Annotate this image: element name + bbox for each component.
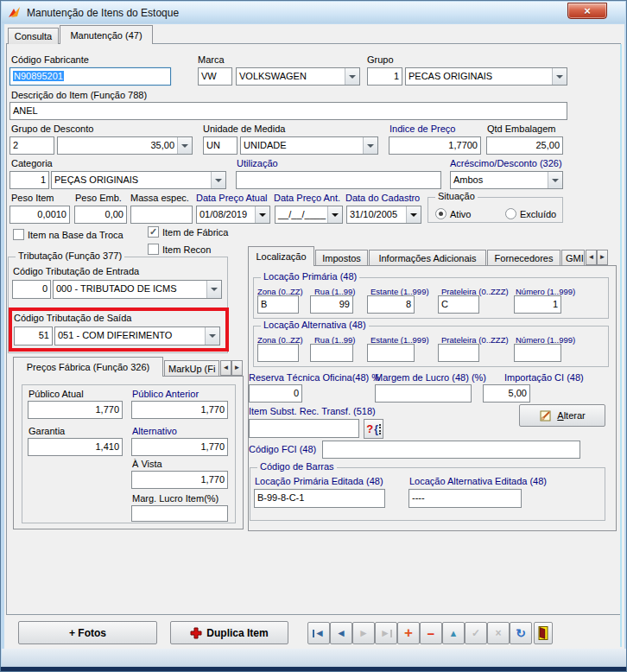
fotos-button[interactable]: + Fotos <box>18 621 157 644</box>
peso-emb-input[interactable]: 0,00 <box>74 206 127 224</box>
peso-item-input[interactable]: 0,0010 <box>10 206 70 224</box>
prateleira-alt-input[interactable] <box>438 344 479 362</box>
garantia-input[interactable]: 1,410 <box>28 438 123 456</box>
tributacao-title: Tributação (Função 377) <box>16 250 124 261</box>
rua-input[interactable]: 99 <box>310 295 353 314</box>
grupo-desconto-combobox[interactable]: 35,00 <box>57 136 193 155</box>
tab-scroll-right-icon[interactable]: ► <box>231 360 243 376</box>
trib-entrada-code-input[interactable]: 0 <box>12 280 51 299</box>
radio-ativo[interactable] <box>435 208 446 219</box>
utilizacao-input[interactable] <box>236 171 441 189</box>
chevron-down-icon[interactable] <box>206 281 221 298</box>
qtd-embalagem-input[interactable]: 25,00 <box>486 136 563 155</box>
item-subst-input[interactable] <box>249 419 359 438</box>
zona-alt-input[interactable] <box>257 344 299 362</box>
alterar-button[interactable]: Alterar <box>519 404 605 427</box>
prateleira-input[interactable]: C <box>438 295 479 314</box>
codigo-fabricante-input[interactable]: N90895201 <box>10 67 171 86</box>
lookup-button[interactable]: ?{ <box>364 419 383 439</box>
categoria-combobox[interactable]: PEÇAS ORIGINAIS <box>51 171 226 189</box>
chevron-down-icon[interactable] <box>211 172 225 188</box>
chevron-down-icon[interactable] <box>548 172 562 188</box>
checkbox-item-fabrica[interactable]: ✓ <box>148 226 159 238</box>
tab-scroll-left-icon[interactable]: ◄ <box>586 250 597 265</box>
tab-precos-fabrica[interactable]: Preços Fábrica (Função 326) <box>13 357 163 377</box>
importacao-input[interactable]: 5,00 <box>483 384 530 403</box>
app-window: Manutenção de Itens do Estoque × Consult… <box>0 0 627 672</box>
numero-alt-input[interactable] <box>514 344 561 362</box>
acrescimo-combobox[interactable]: Ambos <box>450 171 563 189</box>
data-preco-ant-picker[interactable]: __/__/____ <box>275 206 343 224</box>
tab-markup-label: MarkUp (Fi <box>168 364 215 374</box>
tab-localizacao[interactable]: Localização <box>248 246 314 266</box>
close-button[interactable]: × <box>567 3 607 19</box>
nav-refresh-button[interactable]: ↻ <box>510 622 532 644</box>
a-vista-input[interactable]: 1,770 <box>131 471 228 489</box>
rua-alt-input[interactable] <box>310 344 353 362</box>
grupo-desconto-label: Grupo de Desconto <box>11 124 93 135</box>
tab-manutencao[interactable]: Manutenção (47) <box>60 25 153 44</box>
unidade-combobox[interactable]: UNIDADE <box>240 136 378 155</box>
loc-prim-editada-input[interactable]: B-99-8-C-1 <box>254 489 385 508</box>
chevron-down-icon[interactable] <box>255 206 269 223</box>
trib-saida-combobox[interactable]: 051 - COM DIFERIMENTO <box>54 326 220 346</box>
nav-insert-button[interactable]: + <box>397 622 420 644</box>
grupo-combobox[interactable]: PECAS ORIGINAIS <box>405 67 567 86</box>
chevron-down-icon[interactable] <box>327 206 342 223</box>
trib-saida-code-input[interactable]: 51 <box>14 326 53 346</box>
duplica-item-button[interactable]: Duplica Item <box>170 621 288 644</box>
descricao-input[interactable]: ANEL <box>10 102 567 120</box>
data-cadastro-picker[interactable]: 31/10/2005 <box>346 206 421 224</box>
tab-informacoes-adicionais[interactable]: Informações Adicionais <box>369 250 486 266</box>
nav-first-button[interactable]: ◄ <box>307 622 330 644</box>
checkbox-item-recon[interactable] <box>148 244 159 255</box>
nav-prior-button[interactable]: ◄ <box>330 622 352 644</box>
chevron-down-icon[interactable] <box>345 68 359 85</box>
descricao-label: Descrição do Item (Função 788) <box>11 90 147 101</box>
reserva-input[interactable]: 0 <box>249 384 302 403</box>
codigo-fci-input[interactable] <box>322 441 580 459</box>
checkbox-base-troca[interactable] <box>13 229 24 240</box>
nav-next-button[interactable]: ► <box>352 622 375 644</box>
marca-combobox[interactable]: VOLKSWAGEN <box>236 67 360 86</box>
unidade-code-input[interactable]: UN <box>203 136 238 155</box>
radio-excluido[interactable] <box>505 208 516 219</box>
alternativo-input[interactable]: 1,770 <box>131 438 228 456</box>
chevron-down-icon[interactable] <box>552 68 567 85</box>
tab-consulta[interactable]: Consulta <box>8 28 59 44</box>
trib-entrada-combobox[interactable]: 000 - TRIBUTADO DE ICMS <box>53 280 222 299</box>
chevron-down-icon[interactable] <box>205 327 219 345</box>
tab-fornecedores[interactable]: Fornecedores <box>487 250 560 266</box>
tab-markup[interactable]: MarkUp (Fi <box>164 360 219 377</box>
chevron-down-icon[interactable] <box>406 206 421 223</box>
tab-gmi[interactable]: GMI <box>561 250 585 266</box>
tab-scroll-left-icon[interactable]: ◄ <box>220 360 231 376</box>
tab-scroll-right-icon[interactable]: ► <box>597 250 608 265</box>
grupo-desconto-code-input[interactable]: 2 <box>10 136 54 155</box>
estante-alt-input[interactable] <box>367 344 415 362</box>
numero-input[interactable]: 1 <box>514 295 561 314</box>
grupo-desconto-value: 35,00 <box>150 140 174 150</box>
tab-impostos[interactable]: Impostos <box>315 250 368 266</box>
estante-input[interactable]: 8 <box>367 295 415 314</box>
nav-cancel-button[interactable]: × <box>487 622 510 644</box>
indice-preco-input[interactable]: 1,7700 <box>389 136 481 155</box>
grupo-code-input[interactable]: 1 <box>367 67 402 86</box>
nav-delete-button[interactable]: − <box>420 622 442 644</box>
publico-anterior-input[interactable]: 1,770 <box>131 401 228 419</box>
nav-post-button[interactable]: ✓ <box>465 622 487 644</box>
nav-edit-button[interactable]: ▲ <box>442 622 465 644</box>
massa-espec-input[interactable] <box>130 206 193 224</box>
margem-input[interactable] <box>375 384 472 403</box>
exit-button[interactable] <box>534 622 553 644</box>
loc-alt-editada-input[interactable]: ---- <box>408 489 522 508</box>
data-preco-atual-picker[interactable]: 01/08/2019 <box>196 206 270 224</box>
chevron-down-icon[interactable] <box>177 137 192 154</box>
categoria-code-input[interactable]: 1 <box>10 171 49 189</box>
publico-atual-input[interactable]: 1,770 <box>28 401 123 419</box>
marg-lucro-input[interactable] <box>131 505 228 522</box>
chevron-down-icon[interactable] <box>363 137 377 154</box>
marca-code-input[interactable]: VW <box>198 67 232 86</box>
nav-last-button[interactable]: ► <box>375 622 397 644</box>
zona-input[interactable]: B <box>257 295 299 314</box>
